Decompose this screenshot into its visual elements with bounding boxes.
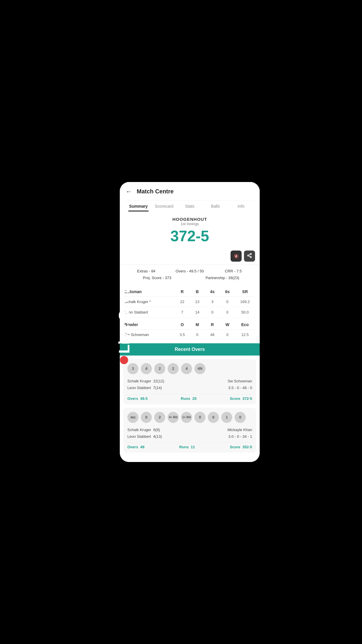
svg-line-3: [249, 256, 250, 257]
batting-header: Batsman R B 4s 6s SR: [124, 287, 255, 297]
runs-2: Runs 11: [179, 445, 195, 449]
ball-2-2: 0: [141, 412, 152, 423]
over-details-2: Schalk Kruger 6(8) Leon Slabbert 4(13) M…: [127, 426, 252, 440]
over-num-1: Overs 49.5: [127, 396, 147, 401]
col-o: O: [175, 322, 190, 327]
over-summary-1: Overs 49.5 Runs 20 Score 372-5: [127, 396, 252, 401]
col-w: W: [220, 322, 235, 327]
side-label-text: Live Score: [115, 280, 133, 354]
ball-1-3: 2: [154, 363, 165, 374]
tab-balls[interactable]: Balls: [203, 200, 228, 211]
recent-overs-title: Recent Overs: [175, 347, 205, 352]
recent-overs-header: Recent Overs: [120, 343, 260, 356]
bowler-name-2: Mickayle Khan: [227, 426, 252, 433]
mute-button[interactable]: 🔇: [231, 251, 242, 262]
svg-line-4: [249, 254, 250, 255]
ball-1-2: 4: [141, 363, 152, 374]
ball-2-6: 0: [194, 412, 205, 423]
bowling-row-1: Sw Schoeman 3.5 0 48 0 12.5: [124, 330, 255, 340]
batsman-2-r: 7: [175, 310, 190, 314]
ball-1-1: 3: [127, 363, 138, 374]
tabs: Summary Scorecard Stats Balls Info: [126, 200, 254, 211]
match-info: Extras - 84 Overs - 49.5 / 50 CRR - 7.5 …: [120, 265, 260, 284]
col-4s: 4s: [205, 289, 220, 294]
crr-label: CRR - 7.5: [212, 269, 255, 273]
ball-2-5: 1+ Wd: [181, 412, 192, 423]
score-1: Score 372-5: [230, 396, 252, 401]
bowler-name-1: Sw Schoeman: [228, 378, 252, 384]
over-details-1: Schalk Kruger 22(12) Leon Slabbert 7(14)…: [127, 378, 252, 391]
side-label: Live Score: [115, 280, 133, 364]
team-name: HOOGENHOUT: [126, 217, 254, 222]
bowler-info-2: Mickayle Khan 3.0 - 0 - 34 - 1: [227, 426, 252, 440]
bowling-header: Bowler O M R W Eco: [124, 320, 255, 330]
bowler-1-eco: 12.5: [235, 332, 255, 337]
bottom-space: [120, 456, 260, 462]
tab-info[interactable]: Info: [228, 200, 254, 211]
share-button[interactable]: [244, 251, 255, 262]
batsman-2-b: 14: [190, 310, 205, 314]
live-dot: [120, 356, 128, 364]
batting-table: Batsman R B 4s 6s SR Schalk Kruger * 22 …: [120, 287, 260, 318]
batsman-1-4s: 3: [205, 300, 220, 304]
runs-1: Runs 20: [181, 396, 196, 401]
header: ← Match Centre Summary Scorecard Stats B…: [120, 182, 260, 211]
bowler-stats-2: 3.0 - 0 - 34 - 1: [227, 433, 252, 440]
ball-2-8: 1: [221, 412, 232, 423]
batsman-1-b: 13: [190, 300, 205, 304]
partnership-label: Partnership - 39(23): [190, 276, 255, 280]
over-summary-2: Overs 49 Runs 11 Score 352-5: [127, 445, 252, 449]
score-2: Score 352-5: [230, 445, 252, 449]
batsman-1-sr: 169.2: [235, 300, 255, 304]
batsman-2-4s: 0: [205, 310, 220, 314]
over-balls-2: Wd 0 2 4+ Wd 1+ Wd 0 0 1 0: [127, 412, 252, 423]
mute-icon: 🔇: [234, 254, 239, 258]
over-card-2: Wd 0 2 4+ Wd 1+ Wd 0 0 1 0 Schalk Kruger…: [123, 408, 256, 453]
tab-stats[interactable]: Stats: [177, 200, 203, 211]
content: HOOGENHOUT 1st Innings 372-5 🔇: [120, 211, 260, 462]
phone-card: ← Match Centre Summary Scorecard Stats B…: [120, 182, 260, 462]
score-big: 372-5: [126, 228, 254, 244]
ball-2-9: 0: [235, 412, 246, 423]
batsmen-info-1: Schalk Kruger 22(12) Leon Slabbert 7(14): [127, 378, 164, 391]
header-top: ← Match Centre: [126, 188, 254, 200]
batsman-b-2: Leon Slabbert 4(13): [127, 433, 162, 440]
batting-row-2: Leon Slabbert 7 14 0 0 50.0: [124, 307, 255, 318]
ball-2-3: 2: [154, 412, 165, 423]
col-r: R: [175, 289, 190, 294]
batsman-2-sr: 50.0: [235, 310, 255, 314]
bowler-info-1: Sw Schoeman 3.5 - 0 - 48 - 0: [228, 378, 252, 391]
col-eco: Eco: [235, 322, 255, 327]
batsman-2-6s: 0: [220, 310, 235, 314]
tab-summary[interactable]: Summary: [126, 200, 151, 211]
col-b: B: [190, 289, 205, 294]
batsman-1-6s: 0: [220, 300, 235, 304]
ball-1-6: 4N: [194, 363, 205, 374]
batsman-1-r: 22: [175, 300, 190, 304]
proj-score-label: Proj. Score - 373: [124, 276, 190, 280]
back-button[interactable]: ←: [126, 188, 132, 195]
col-sr: SR: [235, 289, 255, 294]
share-icon: [247, 253, 252, 259]
score-section: HOOGENHOUT 1st Innings 372-5: [120, 211, 260, 251]
batsman-a-2: Schalk Kruger 6(8): [127, 426, 162, 433]
info-row-2: Proj. Score - 373 Partnership - 39(23): [124, 274, 255, 281]
page-title: Match Centre: [137, 188, 174, 195]
bowler-stats-1: 3.5 - 0 - 48 - 0: [228, 384, 252, 391]
batting-row-1: Schalk Kruger * 22 13 3 0 169.2: [124, 297, 255, 307]
outer-wrapper: Live Score ← Match Centre Summary Scorec…: [99, 176, 263, 468]
ball-2-4: 4+ Wd: [168, 412, 179, 423]
over-num-2: Overs 49: [127, 445, 145, 449]
action-icons: 🔇: [120, 251, 260, 265]
batsmen-info-2: Schalk Kruger 6(8) Leon Slabbert 4(13): [127, 426, 162, 440]
col-m: M: [190, 322, 205, 327]
bowler-1-w: 0: [220, 332, 235, 337]
ball-2-7: 0: [208, 412, 219, 423]
bowler-1-m: 0: [190, 332, 205, 337]
bowler-1-r: 48: [205, 332, 220, 337]
innings-label: 1st Innings: [126, 222, 254, 226]
overs-label: Overs - 49.5 / 50: [168, 269, 211, 273]
ball-1-5: 4: [181, 363, 192, 374]
batsman-b-1: Leon Slabbert 7(14): [127, 384, 164, 391]
tab-scorecard[interactable]: Scorecard: [151, 200, 177, 211]
